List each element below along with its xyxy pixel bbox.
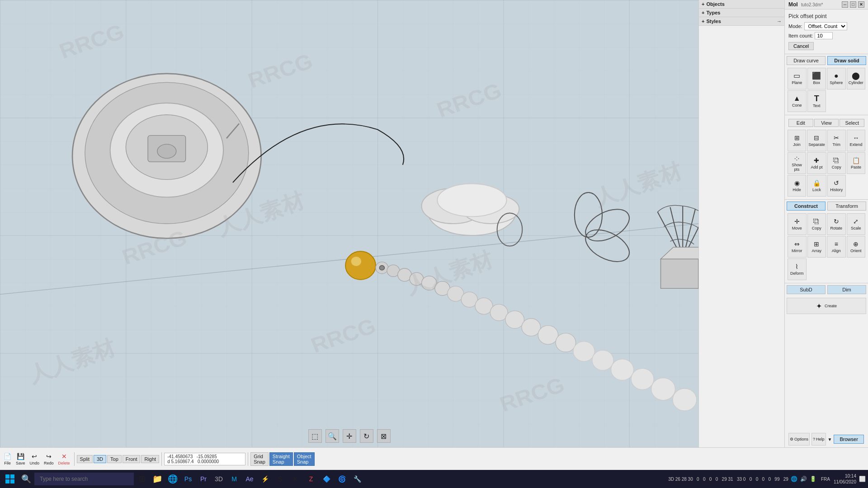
reset-icon[interactable]: ⊠ <box>377 429 391 443</box>
history-button[interactable]: ↺ History <box>827 175 846 197</box>
select-tab[interactable]: Select <box>840 119 864 127</box>
view-tab[interactable]: View <box>814 119 839 127</box>
svg-point-37 <box>437 183 506 216</box>
photoshop-icon[interactable]: Ps <box>181 472 195 486</box>
3dsmax-icon[interactable]: 3D <box>212 472 226 486</box>
straight-snap-button[interactable]: Straight Snap <box>269 452 293 466</box>
item-count-input[interactable] <box>815 32 833 39</box>
front-view-button[interactable]: Front <box>123 455 141 463</box>
object-snap-button[interactable]: Object Snap <box>294 452 315 466</box>
styles-header[interactable]: + Styles → <box>699 17 784 25</box>
text-button[interactable]: T Text <box>807 90 826 112</box>
copy-button[interactable]: ⿻ Copy <box>827 152 846 174</box>
app7-icon[interactable]: S <box>273 472 288 486</box>
draw-solid-tab[interactable]: Draw solid <box>827 56 866 65</box>
sep2 <box>161 452 162 466</box>
close-button[interactable]: ✕ <box>858 1 864 8</box>
mirror-button[interactable]: ⇔ Mirror <box>788 236 807 258</box>
app9-icon[interactable]: Z <box>304 472 318 486</box>
box-button[interactable]: ⬛ Box <box>807 68 826 89</box>
history-label: History <box>830 188 843 192</box>
file-explorer-icon[interactable]: 📁 <box>150 472 165 486</box>
array-button[interactable]: ⊞ Array <box>807 236 826 258</box>
area-icon[interactable]: ⬚ <box>308 429 322 443</box>
undo-button[interactable]: ↩ Undo <box>28 452 42 466</box>
viewport-area[interactable]: 3D www.rrcg.cn <box>0 0 698 447</box>
chrome-icon[interactable]: 🌐 <box>165 472 180 486</box>
redo-button[interactable]: ↪ Redo <box>42 452 56 466</box>
rotate-button[interactable]: ↻ Rotate <box>827 213 846 235</box>
scale-button[interactable]: ⤢ Scale <box>847 213 866 235</box>
cone-button[interactable]: ▲ Cone <box>788 90 807 112</box>
box-label: Box <box>813 80 820 85</box>
add-pt-button[interactable]: ✚ Add pt <box>807 152 826 174</box>
app-title-bar: MoI tuto2.3dm* ─ □ ✕ <box>785 0 868 9</box>
plane-button[interactable]: ▭ Plane <box>788 68 807 89</box>
types-header[interactable]: + Types <box>699 9 784 17</box>
grid-snap-button[interactable]: Grid Snap <box>250 452 269 466</box>
join-button[interactable]: ⊞ Join <box>788 130 806 151</box>
taskbar-search-input[interactable] <box>34 473 134 485</box>
cancel-button[interactable]: Cancel <box>788 42 814 50</box>
zoom-icon[interactable]: 🔍 <box>326 429 339 443</box>
minimize-button[interactable]: ─ <box>842 1 848 8</box>
file-button[interactable]: 📄 File <box>2 452 13 466</box>
pan-icon[interactable]: ✛ <box>343 429 356 443</box>
mode-dropdown[interactable]: Offset. Count <box>804 22 847 30</box>
help-button[interactable]: ? Help <box>811 433 826 446</box>
3d-view-button[interactable]: 3D <box>94 455 106 463</box>
app11-icon[interactable]: 🌀 <box>335 472 349 486</box>
separate-button[interactable]: ⊟ Separate <box>807 130 826 151</box>
delete-label: Delete <box>58 461 70 465</box>
browser-button[interactable]: Browser <box>834 435 863 444</box>
align-button[interactable]: ≡ Align <box>827 236 846 258</box>
construct-tab[interactable]: Construct <box>787 202 826 211</box>
sphere-button[interactable]: ● Sphere <box>827 68 846 89</box>
save-button[interactable]: 💾 Save <box>14 452 27 466</box>
premiere-icon[interactable]: Pr <box>196 472 211 486</box>
cylinder-button[interactable]: ⬤ Cylinder <box>847 68 866 89</box>
hide-button[interactable]: ◉ Hide <box>788 175 806 197</box>
transform-tab[interactable]: Transform <box>827 202 866 211</box>
show-pts-button[interactable]: ·:· Show pts <box>788 152 806 174</box>
orient-button[interactable]: ⊕ Orient <box>847 236 866 258</box>
windows-start-button[interactable] <box>2 471 18 487</box>
objects-header[interactable]: + Objects <box>699 0 784 8</box>
options-button[interactable]: ⚙ Options <box>788 433 810 446</box>
subd-button[interactable]: SubD <box>787 285 826 294</box>
construct-copy-button[interactable]: ⿻ Copy <box>807 213 826 235</box>
right-view-button[interactable]: Right <box>141 455 159 463</box>
show-desktop-icon[interactable]: ⬜ <box>858 475 866 483</box>
lock-button[interactable]: 🔒 Lock <box>807 175 826 197</box>
deform-button[interactable]: ⌇ Deform <box>788 258 807 280</box>
rotate-icon[interactable]: ↻ <box>360 429 373 443</box>
array-icon: ⊞ <box>814 240 819 248</box>
maximize-button[interactable]: □ <box>850 1 856 8</box>
trim-icon: ✂ <box>834 134 839 141</box>
app6-icon[interactable]: ⚡ <box>258 472 272 486</box>
maya-icon[interactable]: M <box>227 472 241 486</box>
extend-button[interactable]: ↔ Extend <box>847 130 865 151</box>
network-tray-icon[interactable]: 🌐 <box>790 475 798 483</box>
delete-button[interactable]: ✕ Delete <box>57 452 72 466</box>
app10-icon[interactable]: 🔷 <box>319 472 334 486</box>
task-view-icon[interactable]: ⊞ <box>135 472 149 486</box>
ae-icon[interactable]: Ae <box>242 472 257 486</box>
mirror-icon: ⇔ <box>794 240 800 248</box>
edit-tab[interactable]: Edit <box>788 119 813 127</box>
draw-curve-tab[interactable]: Draw curve <box>787 56 826 65</box>
trim-button[interactable]: ✂ Trim <box>827 130 846 151</box>
paste-button[interactable]: 📋 Paste <box>847 152 865 174</box>
volume-tray-icon[interactable]: 🔊 <box>800 475 808 483</box>
create-button[interactable]: ✦ Create <box>787 298 866 314</box>
battery-tray-icon[interactable]: 🔋 <box>809 475 817 483</box>
align-icon: ≡ <box>835 240 838 248</box>
move-button[interactable]: ✛ Move <box>788 213 807 235</box>
dim-button[interactable]: Dim <box>827 285 866 294</box>
search-taskbar-icon[interactable]: 🔍 <box>19 472 33 486</box>
svg-point-29 <box>611 359 634 380</box>
split-button[interactable]: Split <box>77 455 93 463</box>
top-view-button[interactable]: Top <box>107 455 122 463</box>
app12-icon[interactable]: 🔧 <box>350 472 364 486</box>
app8-icon[interactable]: K <box>288 472 303 486</box>
